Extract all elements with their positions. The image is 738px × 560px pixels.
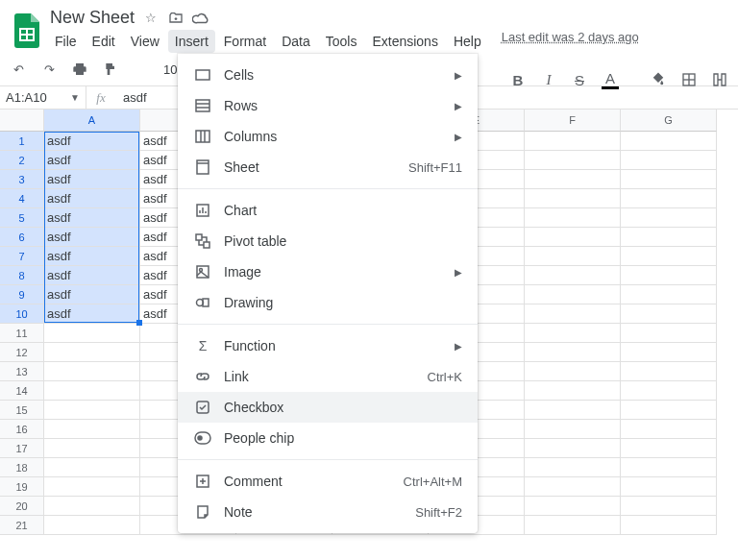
cell[interactable]: asdf	[44, 132, 140, 151]
menu-item-link[interactable]: LinkCtrl+K	[178, 361, 478, 392]
cell[interactable]	[525, 401, 621, 420]
cell[interactable]	[621, 170, 717, 189]
row-header[interactable]: 1	[0, 132, 44, 151]
star-icon[interactable]: ☆	[142, 10, 160, 27]
column-header[interactable]: A	[44, 110, 140, 132]
redo-button[interactable]: ↷	[38, 59, 60, 80]
menu-item-image[interactable]: Image▶	[178, 256, 478, 287]
undo-button[interactable]: ↶	[8, 59, 29, 80]
cell[interactable]	[621, 343, 717, 362]
cell[interactable]	[525, 324, 621, 343]
cell[interactable]	[621, 208, 717, 228]
cell[interactable]: asdf	[44, 151, 140, 170]
cell[interactable]	[621, 362, 717, 381]
row-header[interactable]: 13	[0, 362, 44, 381]
cell[interactable]	[525, 343, 621, 362]
column-header[interactable]: G	[621, 110, 717, 132]
cell[interactable]: asdf	[44, 170, 140, 189]
cell[interactable]	[621, 151, 717, 170]
cell[interactable]	[621, 324, 717, 343]
menu-help[interactable]: Help	[447, 30, 488, 53]
row-header[interactable]: 2	[0, 151, 44, 170]
cell[interactable]	[525, 381, 621, 401]
menu-item-checkbox[interactable]: Checkbox	[178, 392, 478, 423]
menu-item-cells[interactable]: Cells▶	[178, 60, 478, 90]
row-header[interactable]: 6	[0, 228, 44, 247]
row-header[interactable]: 4	[0, 189, 44, 208]
menu-format[interactable]: Format	[217, 30, 273, 53]
menu-extensions[interactable]: Extensions	[365, 30, 444, 53]
menu-insert[interactable]: Insert	[168, 30, 215, 53]
row-header[interactable]: 11	[0, 324, 44, 343]
cell[interactable]	[44, 381, 140, 401]
cloud-icon[interactable]	[192, 10, 209, 27]
cell[interactable]	[525, 208, 621, 228]
move-icon[interactable]	[167, 10, 184, 27]
cell[interactable]	[525, 247, 621, 266]
cell[interactable]	[621, 189, 717, 208]
cell[interactable]	[621, 285, 717, 304]
row-header[interactable]: 7	[0, 247, 44, 266]
row-header[interactable]: 9	[0, 285, 44, 304]
menu-item-comment[interactable]: CommentCtrl+Alt+M	[178, 466, 478, 497]
menu-view[interactable]: View	[124, 30, 166, 53]
menu-tools[interactable]: Tools	[319, 30, 364, 53]
paint-format-button[interactable]	[100, 59, 121, 80]
cell[interactable]	[621, 497, 717, 516]
print-button[interactable]	[69, 59, 90, 80]
cell[interactable]	[525, 362, 621, 381]
row-header[interactable]: 21	[0, 516, 44, 535]
cell[interactable]	[525, 477, 621, 497]
cell[interactable]	[525, 458, 621, 477]
menu-item-rows[interactable]: Rows▶	[178, 90, 478, 121]
cell[interactable]	[44, 497, 140, 516]
cell[interactable]: asdf	[44, 208, 140, 228]
cell[interactable]	[44, 458, 140, 477]
row-header[interactable]: 3	[0, 170, 44, 189]
cell[interactable]	[525, 497, 621, 516]
text-color-button[interactable]: A	[600, 69, 621, 90]
menu-item-pivot-table[interactable]: Pivot table	[178, 226, 478, 256]
borders-button[interactable]	[678, 69, 700, 90]
column-header[interactable]: F	[525, 110, 621, 132]
cell[interactable]	[621, 477, 717, 497]
menu-item-note[interactable]: NoteShift+F2	[178, 497, 478, 527]
cell[interactable]: asdf	[44, 266, 140, 285]
row-header[interactable]: 8	[0, 266, 44, 285]
merge-button[interactable]	[709, 69, 730, 90]
cell[interactable]	[525, 132, 621, 151]
row-header[interactable]: 15	[0, 401, 44, 420]
last-edit-link[interactable]: Last edit was 2 days ago	[502, 30, 639, 53]
cell[interactable]	[525, 189, 621, 208]
cell[interactable]	[525, 420, 621, 439]
cell[interactable]	[44, 477, 140, 497]
cell[interactable]: asdf	[44, 189, 140, 208]
row-header[interactable]: 10	[0, 304, 44, 324]
name-box[interactable]: A1:A10▼	[0, 86, 86, 109]
cell[interactable]	[525, 304, 621, 324]
cell[interactable]	[621, 439, 717, 458]
cell[interactable]	[621, 228, 717, 247]
cell[interactable]	[44, 439, 140, 458]
cell[interactable]	[525, 170, 621, 189]
cell[interactable]	[621, 381, 717, 401]
cell[interactable]	[525, 285, 621, 304]
menu-item-people-chip[interactable]: People chip	[178, 423, 478, 453]
cell[interactable]	[621, 458, 717, 477]
cell[interactable]	[525, 516, 621, 535]
row-header[interactable]: 16	[0, 420, 44, 439]
cell[interactable]	[44, 362, 140, 381]
cell[interactable]	[621, 132, 717, 151]
row-header[interactable]: 14	[0, 381, 44, 401]
row-header[interactable]: 20	[0, 497, 44, 516]
cell[interactable]	[621, 266, 717, 285]
row-header[interactable]: 5	[0, 208, 44, 228]
menu-item-columns[interactable]: Columns▶	[178, 121, 478, 152]
row-header[interactable]: 19	[0, 477, 44, 497]
menu-item-chart[interactable]: Chart	[178, 195, 478, 226]
menu-item-sheet[interactable]: SheetShift+F11	[178, 152, 478, 183]
italic-button[interactable]: I	[538, 69, 559, 90]
menu-edit[interactable]: Edit	[86, 30, 122, 53]
cell[interactable]	[44, 401, 140, 420]
cell[interactable]	[621, 401, 717, 420]
